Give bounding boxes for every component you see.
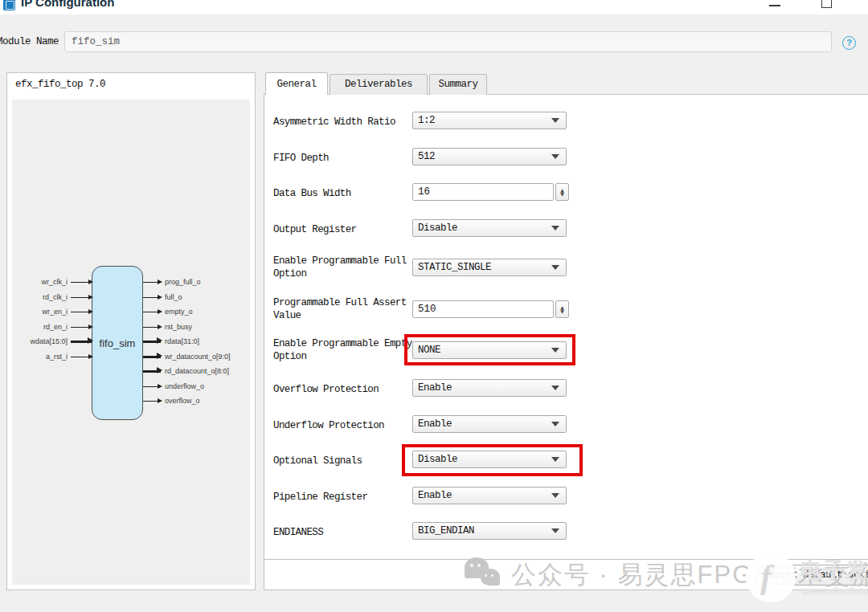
dropdown-value: 1:2 xyxy=(413,115,551,126)
input-port-row: rd_en_i xyxy=(12,320,92,334)
bus-arrow-icon xyxy=(71,341,92,343)
field-label: Data Bus Width xyxy=(273,187,415,200)
port-label: overflow_o xyxy=(165,397,200,405)
chevron-down-icon xyxy=(551,422,559,426)
tab-summary[interactable]: Summary xyxy=(429,74,487,95)
wire-arrow-icon xyxy=(71,312,92,312)
port-label: full_o xyxy=(165,293,182,301)
port-label: underflow_o xyxy=(165,382,204,390)
output-port-row: underflow_o xyxy=(143,379,204,394)
chevron-down-icon xyxy=(551,493,559,498)
tab-general[interactable]: General xyxy=(265,72,328,95)
chevron-down-icon xyxy=(551,118,559,123)
dropdown-value: Disable xyxy=(413,222,551,234)
endianess-dropdown[interactable]: BIG_ENDIAN xyxy=(412,522,567,540)
chevron-down-icon xyxy=(551,265,559,270)
spinner-down-icon[interactable]: ▼ xyxy=(560,309,564,313)
output-port-row: wr_datacount_o[9:0] xyxy=(143,349,231,364)
enable-programmable-full-dropdown[interactable]: STATIC_SINGLE xyxy=(412,259,567,276)
input-port-row: wr_en_i xyxy=(12,304,92,319)
field-label: Pipeline Register xyxy=(273,491,415,504)
module-name-input[interactable] xyxy=(64,31,832,52)
fifo-block-label: fifo_sim xyxy=(100,337,136,349)
field-label: Underflow Protection xyxy=(273,419,415,432)
bus-arrow-icon xyxy=(143,341,161,343)
wire-arrow-icon xyxy=(71,297,92,298)
fifo-depth-dropdown[interactable]: 512 xyxy=(412,148,567,165)
dropdown-value: Enable xyxy=(413,382,551,394)
output-register-dropdown[interactable]: Disable xyxy=(412,219,567,237)
reset-default-settings-button[interactable]: Reset default settings xyxy=(764,565,868,585)
dropdown-value: 512 xyxy=(413,151,551,162)
wire-arrow-icon xyxy=(143,297,161,298)
highlight-box-empty-option xyxy=(404,334,575,365)
title-bar: IP Configuration xyxy=(0,0,868,14)
port-label: wr_clk_i xyxy=(41,278,68,286)
wire-arrow-icon xyxy=(143,312,161,312)
field-label: Asymmetric Width Ratio xyxy=(273,116,415,129)
chevron-down-icon xyxy=(551,154,559,159)
output-port-row: full_o xyxy=(143,290,182,304)
port-label: empty_o xyxy=(165,308,193,316)
fifo-block: fifo_sim xyxy=(92,266,143,420)
wire-arrow-icon xyxy=(71,327,92,328)
input-port-row: wr_clk_i xyxy=(12,275,92,289)
pipeline-register-dropdown[interactable]: Enable xyxy=(412,487,567,504)
programmable-full-assert-input[interactable]: 510 xyxy=(412,300,554,318)
data-bus-width-input[interactable]: 16 xyxy=(412,183,554,201)
input-port-row: a_rst_i xyxy=(12,349,92,364)
wire-arrow-icon xyxy=(143,386,161,387)
wire-arrow-icon xyxy=(143,282,161,283)
port-label: rst_busy xyxy=(165,323,192,331)
dropdown-value: Enable xyxy=(413,490,551,501)
port-label: rd_datacount_o[8:0] xyxy=(165,367,229,375)
help-icon[interactable]: ? xyxy=(842,36,856,50)
dropdown-value: Enable xyxy=(413,418,551,430)
field-label: Output Register xyxy=(273,223,415,236)
field-label: ENDIANESS xyxy=(273,526,415,539)
field-label: Optional Signals xyxy=(273,455,415,467)
data-bus-width-stepper[interactable]: ▲▼ xyxy=(555,183,569,201)
chevron-down-icon xyxy=(551,226,559,231)
dropdown-value: BIG_ENDIAN xyxy=(413,525,551,537)
dropdown-value: STATIC_SINGLE xyxy=(413,262,551,273)
port-label: a_rst_i xyxy=(46,353,68,361)
field-label: Enable Programmable Full Option xyxy=(273,255,415,280)
port-label: rd_clk_i xyxy=(43,293,68,301)
port-label: rd_en_i xyxy=(43,323,68,331)
spinner-down-icon[interactable]: ▼ xyxy=(560,192,564,196)
programmable-full-assert-stepper[interactable]: ▲▼ xyxy=(555,300,569,318)
app-icon xyxy=(3,0,15,10)
window-title: IP Configuration xyxy=(21,0,114,9)
output-port-row: rst_busy xyxy=(143,320,192,334)
overflow-protection-dropdown[interactable]: Enable xyxy=(412,379,567,397)
ip-core-title: efx_fifo_top 7.0 xyxy=(15,79,105,90)
port-label: wdata[15:0] xyxy=(30,337,68,345)
input-port-row: wdata[15:0] xyxy=(12,334,92,349)
field-label: Programmable Full Assert Value xyxy=(273,296,415,322)
field-label: FIFO Depth xyxy=(273,152,415,165)
port-label: rdata[31:0] xyxy=(165,337,199,345)
maximize-icon[interactable] xyxy=(821,0,832,8)
block-diagram: fifo_sim wr_clk_i rd_clk_i wr_en_i rd_en… xyxy=(12,100,250,585)
field-label: Overflow Protection xyxy=(273,383,415,396)
output-port-row: empty_o xyxy=(143,304,193,319)
output-port-row: rd_datacount_o[8:0] xyxy=(143,364,229,378)
bus-arrow-icon xyxy=(143,370,161,373)
port-label: wr_en_i xyxy=(42,308,68,316)
asymmetric-width-ratio-dropdown[interactable]: 1:2 xyxy=(412,112,567,129)
minimize-icon[interactable] xyxy=(769,5,780,6)
port-label: prog_full_o xyxy=(165,278,201,286)
chevron-down-icon xyxy=(551,386,559,390)
module-name-label: Module Name xyxy=(0,36,59,47)
port-label: wr_datacount_o[9:0] xyxy=(165,353,231,361)
output-port-row: prog_full_o xyxy=(143,275,201,289)
underflow-protection-dropdown[interactable]: Enable xyxy=(412,415,567,433)
bus-arrow-icon xyxy=(143,356,161,358)
tab-deliverables[interactable]: Deliverables xyxy=(330,74,428,95)
field-label: Enable Programmable Empty Option xyxy=(273,337,415,363)
highlight-box-optional-signals xyxy=(402,444,583,476)
wire-arrow-icon xyxy=(71,282,92,283)
input-port-row: rd_clk_i xyxy=(12,290,92,304)
output-port-row: overflow_o xyxy=(143,394,200,408)
